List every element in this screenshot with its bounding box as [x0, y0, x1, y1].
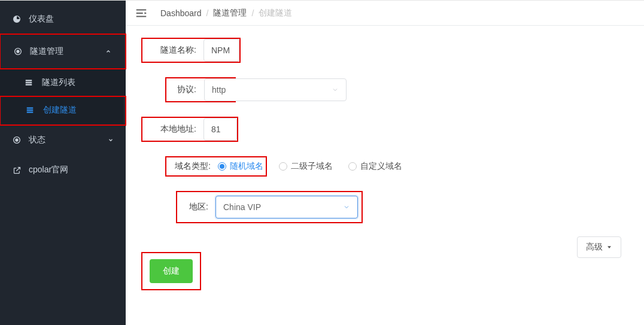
protocol-select[interactable]: http — [204, 78, 347, 101]
radio-dot-icon — [279, 162, 287, 171]
breadcrumb: Dashboard / 隧道管理 / 创建隧道 — [160, 8, 292, 19]
svg-marker-13 — [607, 246, 611, 248]
chevron-down-icon — [108, 137, 114, 143]
svg-rect-5 — [27, 107, 34, 108]
svg-rect-3 — [26, 82, 32, 83]
sidebar-item-label: 状态 — [29, 135, 45, 145]
main-content: Dashboard / 隧道管理 / 创建隧道 隧道名称: 协议: — [126, 1, 644, 325]
advanced-button[interactable]: 高级 — [577, 236, 621, 258]
domain-type-sub-radio[interactable]: 二级子域名 — [279, 161, 333, 172]
radio-label: 自定义域名 — [360, 161, 402, 172]
radio-label: 二级子域名 — [291, 161, 333, 172]
breadcrumb-sep: / — [206, 8, 209, 18]
caret-down-icon — [606, 244, 612, 250]
local-addr-label: 本地地址: — [142, 118, 196, 141]
dashboard-icon — [12, 14, 22, 24]
breadcrumb-sep: / — [251, 8, 254, 18]
sidebar-item-label: 隧道管理 — [30, 46, 63, 57]
sidebar-item-tunnel-mgmt[interactable]: 隧道管理 — [1, 37, 123, 66]
target-icon — [13, 47, 23, 56]
sidebar-item-cpolar-site[interactable]: cpolar官网 — [0, 155, 126, 185]
menu-toggle-button[interactable] — [132, 7, 151, 20]
sidebar-item-tunnel-create[interactable]: 创建隧道 — [1, 96, 123, 124]
submit-button[interactable]: 创建 — [150, 259, 193, 283]
breadcrumb-item[interactable]: 隧道管理 — [213, 8, 247, 19]
tunnel-name-input[interactable] — [203, 39, 239, 62]
domain-type-label: 域名类型: — [169, 161, 211, 172]
sidebar-item-label: 创建隧道 — [43, 105, 77, 116]
svg-rect-6 — [27, 110, 34, 111]
domain-type-random-radio[interactable]: 随机域名 — [218, 161, 263, 172]
local-addr-input[interactable] — [203, 118, 237, 141]
breadcrumb-current: 创建隧道 — [259, 8, 292, 19]
sidebar-item-status[interactable]: 状态 — [0, 125, 126, 155]
svg-rect-7 — [27, 111, 34, 113]
sidebar-item-label: 仪表盘 — [29, 14, 54, 25]
tunnel-name-label: 隧道名称: — [142, 39, 196, 62]
breadcrumb-item[interactable]: Dashboard — [160, 8, 202, 18]
chevron-down-icon — [332, 86, 339, 93]
sidebar-item-label: 隧道列表 — [42, 77, 75, 88]
grid-icon — [24, 78, 34, 87]
submit-label: 创建 — [163, 266, 180, 277]
sidebar-item-label: cpolar官网 — [29, 165, 68, 175]
region-label: 地区: — [181, 202, 208, 212]
radio-label: 随机域名 — [230, 161, 263, 172]
svg-rect-4 — [26, 84, 32, 85]
svg-rect-2 — [26, 80, 32, 81]
chevron-down-icon — [343, 203, 350, 211]
domain-type-custom-radio[interactable]: 自定义域名 — [348, 161, 402, 172]
external-link-icon — [12, 165, 22, 175]
radio-dot-icon — [218, 162, 226, 171]
chevron-up-icon — [105, 48, 111, 54]
sidebar-item-dashboard[interactable]: 仪表盘 — [0, 4, 126, 34]
svg-point-9 — [16, 139, 18, 141]
region-select[interactable]: China VIP — [215, 196, 358, 218]
advanced-label: 高级 — [586, 242, 603, 253]
topbar: Dashboard / 隧道管理 / 创建隧道 — [126, 1, 644, 26]
target-icon — [12, 135, 22, 145]
protocol-label: 协议: — [166, 78, 196, 101]
grid-icon — [25, 105, 35, 115]
svg-point-1 — [17, 50, 19, 53]
radio-dot-icon — [348, 162, 357, 171]
sidebar: 仪表盘 隧道管理 隧道列表 — [0, 1, 126, 325]
sidebar-item-tunnel-list[interactable]: 隧道列表 — [0, 69, 126, 96]
